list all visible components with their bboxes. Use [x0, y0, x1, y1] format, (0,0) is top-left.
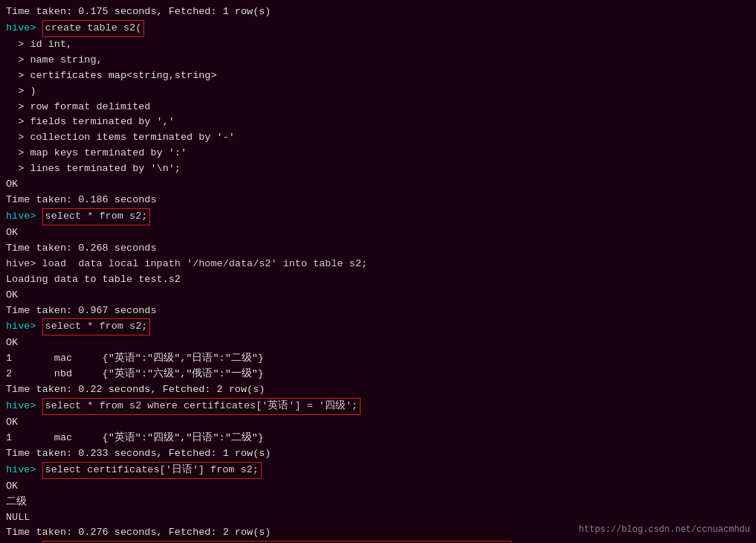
line-ok-6: OK — [6, 479, 750, 495]
line-ok-1: OK — [6, 177, 750, 193]
line-cont-1: > id int, — [6, 37, 750, 53]
line-time-233: Time taken: 0.233 seconds, Fetched: 1 ro… — [6, 446, 750, 462]
line-time-967: Time taken: 0.967 seconds — [6, 303, 750, 319]
line-cont-3: > certificates map<string,string> — [6, 68, 750, 84]
select3-box: select * from s2 where certificates['英语'… — [42, 398, 361, 415]
terminal: Time taken: 0.175 seconds, Fetched: 1 ro… — [0, 0, 756, 543]
line-time-268: Time taken: 0.268 seconds — [6, 241, 750, 257]
line-data-1: 1 mac {"英语":"四级","日语":"二级"} — [6, 351, 750, 367]
prompt-5: hive> — [6, 464, 42, 475]
line-data-4: 二级 — [6, 495, 750, 510]
line-select3: hive> select * from s2 where certificate… — [6, 398, 750, 415]
line-cont-2: > name string, — [6, 53, 750, 68]
create-table-box: create table s2( — [42, 20, 145, 37]
line-time-0: Time taken: 0.175 seconds, Fetched: 1 ro… — [6, 4, 750, 20]
line-select1: hive> select * from s2; — [6, 208, 750, 225]
prompt-2: hive> — [6, 211, 42, 222]
line-create-table: hive> create table s2( — [6, 20, 750, 37]
line-cont-7: > collection items terminated by '-' — [6, 130, 750, 146]
select1-box: select * from s2; — [42, 208, 151, 225]
line-data-3: 1 mac {"英语":"四级","日语":"二级"} — [6, 431, 750, 446]
line-ok-3: OK — [6, 288, 750, 303]
line-data-2: 2 nbd {"英语":"六级","俄语":"一级"} — [6, 367, 750, 382]
select4-box: select certificates['日语'] from s2; — [42, 462, 262, 479]
line-select4: hive> select certificates['日语'] from s2; — [6, 462, 750, 479]
line-ok-5: OK — [6, 415, 750, 431]
line-cont-4: > ) — [6, 84, 750, 100]
line-cont-9: > lines terminated by '\n'; — [6, 161, 750, 177]
line-time-186: Time taken: 0.186 seconds — [6, 193, 750, 208]
line-load: hive> load data local inpath '/home/data… — [6, 257, 750, 272]
watermark: https://blog.csdn.net/ccnuacmhdu — [579, 523, 750, 537]
prompt-4: hive> — [6, 400, 42, 411]
select2-box: select * from s2; — [42, 318, 151, 335]
prompt-3: hive> — [6, 321, 42, 332]
line-time-22: Time taken: 0.22 seconds, Fetched: 2 row… — [6, 382, 750, 398]
line-ok-4: OK — [6, 335, 750, 351]
line-cont-5: > row format delimited — [6, 100, 750, 115]
line-select2: hive> select * from s2; — [6, 318, 750, 335]
line-cont-6: > fields terminated by ',' — [6, 115, 750, 130]
line-ok-2: OK — [6, 225, 750, 241]
line-loading: Loading data to table test.s2 — [6, 272, 750, 288]
prompt: hive> — [6, 22, 42, 33]
line-cont-8: > map keys terminated by ':' — [6, 146, 750, 161]
